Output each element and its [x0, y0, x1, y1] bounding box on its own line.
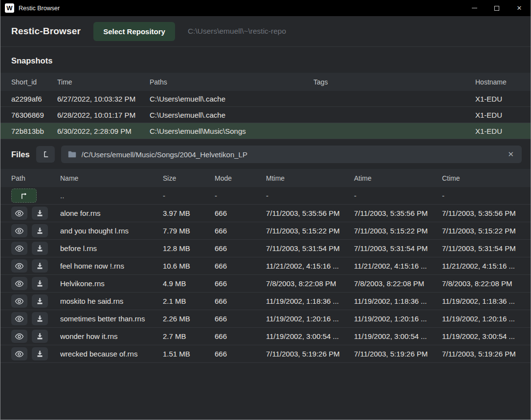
eye-icon	[15, 351, 24, 357]
download-icon	[36, 333, 44, 340]
file-actions	[11, 312, 60, 325]
tree-toggle-button[interactable]	[36, 146, 55, 163]
column-header-name: Name	[60, 174, 163, 182]
download-file-button[interactable]	[32, 312, 48, 325]
close-button[interactable]: ✕	[508, 0, 531, 16]
file-name: and you thought l.rns	[60, 227, 163, 235]
file-mtime: 11/19/2002, 3:00:54 ...	[266, 332, 354, 340]
eye-icon	[15, 298, 24, 305]
preview-file-button[interactable]	[11, 224, 27, 237]
column-header-time: Time	[57, 78, 150, 86]
snapshot-row[interactable]: a2299af66/27/2022, 10:03:32 PMC:\Users\e…	[0, 91, 531, 107]
snapshot-hostname: X1-EDU	[475, 111, 527, 119]
file-actions	[11, 347, 60, 360]
preview-file-button[interactable]	[11, 294, 27, 308]
file-mode: 666	[215, 315, 266, 323]
file-name: wrecked because of.rns	[60, 350, 163, 358]
file-atime: 7/11/2003, 5:19:26 PM	[354, 350, 442, 358]
eye-icon	[15, 333, 24, 340]
eye-icon	[15, 280, 24, 287]
download-file-button[interactable]	[32, 242, 48, 255]
column-header-tags: Tags	[313, 78, 475, 86]
preview-file-button[interactable]	[11, 330, 27, 343]
current-path-value: /C/Users/emuell/Music/Songs/2004_Helveti…	[82, 150, 502, 159]
app-window: W Restic Browser ✕ Restic-Browser Select…	[0, 0, 531, 420]
file-ctime: 7/8/2003, 8:22:08 PM	[442, 279, 527, 288]
preview-file-button[interactable]	[11, 277, 27, 290]
file-mtime: 11/19/2002, 1:18:36 ...	[266, 297, 354, 305]
parent-directory-row: .. - - - - -	[0, 187, 531, 205]
go-to-parent-button[interactable]	[11, 189, 37, 203]
file-mtime: 11/19/2002, 1:20:16 ...	[266, 315, 354, 323]
file-atime: 11/19/2002, 1:18:36 ...	[354, 297, 442, 305]
snapshot-row[interactable]: 763068696/28/2022, 10:01:17 PMC:\Users\e…	[0, 107, 531, 123]
download-file-button[interactable]	[32, 224, 48, 237]
file-size: 2.26 MB	[163, 315, 215, 323]
parent-directory-name[interactable]: ..	[60, 191, 163, 200]
file-name: moskito he said.rns	[60, 297, 163, 305]
preview-file-button[interactable]	[11, 207, 27, 220]
file-mode: 666	[215, 244, 266, 252]
snapshot-time: 6/30/2022, 2:28:09 PM	[57, 127, 150, 135]
files-bar: Files /C/Users/emuell/Music/Songs/2004_H…	[0, 139, 531, 169]
preview-file-button[interactable]	[11, 347, 27, 360]
column-header-path: Path	[11, 174, 60, 182]
file-mode: 666	[215, 227, 266, 235]
snapshot-paths: C:\Users\emuell\.cache	[150, 111, 313, 119]
snapshot-row[interactable]: 72b813bb6/30/2022, 2:28:09 PMC:\Users\em…	[0, 123, 531, 139]
file-mode: 666	[215, 279, 266, 288]
preview-file-button[interactable]	[11, 312, 27, 325]
download-file-button[interactable]	[32, 330, 48, 343]
download-file-button[interactable]	[32, 259, 48, 273]
arrow-up-right-icon	[20, 192, 28, 199]
file-actions	[11, 207, 60, 220]
file-name: feel home now !.rns	[60, 262, 163, 270]
files-section: Path Name Size Mode Mtime Atime Ctime ..…	[0, 169, 531, 363]
file-actions	[11, 242, 60, 255]
download-file-button[interactable]	[32, 294, 48, 308]
column-header-ctime: Ctime	[442, 174, 527, 182]
file-actions	[11, 330, 60, 343]
window-title: Restic Browser	[19, 5, 60, 12]
file-size: 1.51 MB	[163, 350, 215, 358]
download-file-button[interactable]	[32, 207, 48, 220]
download-icon	[36, 210, 44, 217]
file-size: 3.97 MB	[163, 209, 215, 217]
snapshot-time: 6/27/2022, 10:03:32 PM	[57, 95, 150, 103]
preview-file-button[interactable]	[11, 259, 27, 273]
parent-ctime: -	[442, 191, 527, 200]
clear-path-button[interactable]: ✕	[507, 150, 515, 159]
file-row: and you thought l.rns7.79 MB6667/11/2003…	[0, 222, 531, 240]
parent-directory-actions	[11, 189, 60, 203]
file-mode: 666	[215, 332, 266, 340]
current-path-bar[interactable]: /C/Users/emuell/Music/Songs/2004_Helveti…	[61, 146, 522, 163]
file-row: feel home now !.rns10.6 MB66611/21/2002,…	[0, 257, 531, 275]
file-ctime: 7/11/2003, 5:15:22 PM	[442, 227, 527, 235]
snapshot-paths: C:\Users\emuell\.cache	[150, 95, 313, 103]
parent-atime: -	[354, 191, 442, 200]
file-ctime: 11/19/2002, 3:00:54 ...	[442, 332, 527, 340]
file-mode: 666	[215, 297, 266, 305]
download-icon	[36, 262, 44, 270]
snapshot-hostname: X1-EDU	[475, 127, 527, 135]
files-table-header: Path Name Size Mode Mtime Atime Ctime	[0, 169, 531, 187]
file-size: 12.8 MB	[163, 244, 215, 252]
file-row: alone for.rns3.97 MB6667/11/2003, 5:35:5…	[0, 205, 531, 222]
file-row: wrecked because of.rns1.51 MB6667/11/200…	[0, 345, 531, 363]
snapshots-title: Snapshots	[11, 56, 520, 65]
snapshots-table-header: Short_id Time Paths Tags Hostname	[0, 73, 531, 91]
parent-size: -	[163, 191, 215, 200]
download-file-button[interactable]	[32, 347, 48, 360]
file-ctime: 11/19/2002, 1:20:16 ...	[442, 315, 527, 323]
file-atime: 7/11/2003, 5:31:54 PM	[354, 244, 442, 252]
close-icon: ✕	[508, 150, 514, 158]
file-ctime: 7/11/2003, 5:31:54 PM	[442, 244, 527, 252]
download-file-button[interactable]	[32, 277, 48, 290]
preview-file-button[interactable]	[11, 242, 27, 255]
select-repository-button[interactable]: Select Repository	[93, 22, 175, 41]
minimize-button[interactable]	[463, 0, 486, 16]
download-icon	[36, 245, 44, 252]
file-size: 4.9 MB	[163, 279, 215, 288]
maximize-button[interactable]	[486, 0, 508, 16]
eye-icon	[15, 210, 24, 217]
